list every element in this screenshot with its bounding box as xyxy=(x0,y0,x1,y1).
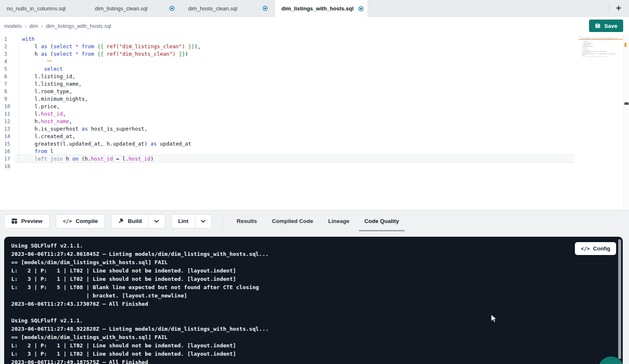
result-tab-results[interactable]: Results xyxy=(237,210,257,232)
line-number: 17 xyxy=(4,155,10,163)
file-tab[interactable]: dim_hosts_clean.sql xyxy=(181,0,275,17)
action-toolbar: Preview </> Compile Build xyxy=(0,210,629,232)
line-number: 4 xyxy=(4,58,10,65)
file-tab[interactable]: dim_listings_clean.sql xyxy=(88,0,181,17)
bottom-panel: Preview </> Compile Build xyxy=(0,210,629,364)
code-brackets-icon: </> xyxy=(63,218,72,224)
minimap[interactable]: with l as (select * from {{ ref("dim_lis… xyxy=(579,36,623,63)
lint-label: Lint xyxy=(178,218,189,224)
code-line: l.created_at, xyxy=(22,133,201,140)
config-label: Config xyxy=(593,245,610,252)
code-line: l.minimum_nights, xyxy=(22,95,201,103)
editor-scrollbar[interactable] xyxy=(623,35,629,210)
code-line: with xyxy=(22,35,201,43)
breadcrumb-bar: models›dim›dim_listings_with_hosts.sql S… xyxy=(0,17,629,35)
code-line xyxy=(22,163,201,170)
result-tab-lineage[interactable]: Lineage xyxy=(328,210,349,232)
code-line: l.price, xyxy=(22,103,201,110)
toolbar-divider xyxy=(222,214,223,228)
scrollbar-thumb[interactable] xyxy=(624,102,629,105)
lint-dropdown-button[interactable] xyxy=(195,215,211,228)
scrollbar-warning-marker xyxy=(624,43,627,47)
code-line: l.listing_id, xyxy=(22,73,201,80)
mouse-cursor-icon xyxy=(491,314,497,323)
code-line: l.listing_name, xyxy=(22,80,201,88)
unsaved-changes-dot-icon xyxy=(169,6,174,11)
lint-output-terminal: Using SQLFluff v2.1.1.2023-06-06T11:27:4… xyxy=(4,237,623,364)
line-number: 13 xyxy=(4,125,10,133)
code-brackets-icon: </> xyxy=(581,246,590,252)
preview-label: Preview xyxy=(21,218,42,224)
line-number: 7 xyxy=(4,80,10,88)
build-dropdown-button[interactable] xyxy=(148,215,165,228)
file-tab[interactable]: no_nulls_in_columns.sql xyxy=(0,0,88,17)
lint-button-group: Lint xyxy=(172,214,212,228)
line-number: 12 xyxy=(4,118,10,125)
line-number: 6 xyxy=(4,73,10,80)
breadcrumb-separator-icon: › xyxy=(41,22,43,29)
terminal-line: L: 3 | P: 1 | LT02 | Line should not be … xyxy=(11,350,623,358)
code-line-minimap xyxy=(579,57,618,58)
file-tab[interactable]: dim_listings_with_hosts.sql xyxy=(275,0,368,17)
line-number: 3 xyxy=(4,50,10,58)
unsaved-changes-dot-icon xyxy=(358,6,363,11)
terminal-line: 2023-06-06T11:27:43.173076Z — All Finish… xyxy=(11,300,623,308)
compile-button[interactable]: </> Compile xyxy=(56,214,105,228)
new-tab-button[interactable]: + xyxy=(612,2,625,14)
breadcrumb-separator-icon: › xyxy=(25,22,27,29)
code-line: l.host_id, xyxy=(22,110,201,118)
terminal-output: Using SQLFluff v2.1.1.2023-06-06T11:27:4… xyxy=(4,237,623,364)
hammer-icon xyxy=(118,218,124,224)
line-number: 8 xyxy=(4,88,10,95)
lint-button[interactable]: Lint xyxy=(172,215,195,228)
code-editor[interactable]: 123456789101112131415161718 with l as (s… xyxy=(0,35,629,210)
terminal-line: 2023-06-06T11:27:42.861845Z — Linting mo… xyxy=(11,250,623,258)
config-button[interactable]: </> Config xyxy=(575,242,616,255)
terminal-line xyxy=(11,308,623,317)
result-tab-compiled-code[interactable]: Compiled Code xyxy=(272,210,313,232)
terminal-line: 2023-06-06T11:27:48.922828Z — Linting mo… xyxy=(11,325,623,333)
build-button-group: Build xyxy=(111,214,165,228)
file-tab-label: dim_listings_clean.sql xyxy=(95,5,147,12)
code-line: from l xyxy=(22,148,201,155)
code-line: h.is_superhost as host_is_superhost, xyxy=(22,125,201,133)
terminal-line: L: 3 | P: 5 | LT08 | Blank line expected… xyxy=(11,283,623,292)
code-line: left join h on (h.host_id = l.host_id) xyxy=(22,155,201,163)
line-number-gutter: 123456789101112131415161718 xyxy=(4,35,10,170)
unsaved-changes-dot-icon xyxy=(263,6,268,11)
breadcrumb: models›dim›dim_listings_with_hosts.sql xyxy=(4,17,111,35)
result-tab-code-quality[interactable]: Code Quality xyxy=(364,210,399,232)
terminal-line: == [models/dim/dim_listings_with_hosts.s… xyxy=(11,258,623,267)
line-number: 5 xyxy=(4,65,10,73)
line-number: 9 xyxy=(4,95,10,103)
file-tab-label: no_nulls_in_columns.sql xyxy=(7,5,66,12)
build-button[interactable]: Build xyxy=(112,215,148,228)
ide-window: no_nulls_in_columns.sqldim_listings_clea… xyxy=(0,0,629,364)
save-floppy-icon xyxy=(595,23,601,29)
terminal-line: L: 2 | P: 1 | LT02 | Line should not be … xyxy=(11,342,623,350)
line-number: 11 xyxy=(4,110,10,118)
terminal-line: | bracket. [layout.cte_newline] xyxy=(11,292,623,300)
code-line-minimap: h as (select * from {{ ref("dim_hosts_cl… xyxy=(579,38,618,40)
tabbar-divider xyxy=(609,3,609,13)
file-tab-label: dim_hosts_clean.sql xyxy=(188,5,237,12)
line-number: 2 xyxy=(4,43,10,50)
chevron-down-icon xyxy=(201,220,206,223)
save-button[interactable]: Save xyxy=(589,20,623,32)
terminal-line: Using SQLFluff v2.1.1. xyxy=(11,242,623,250)
chevron-down-icon xyxy=(154,220,159,223)
preview-button[interactable]: Preview xyxy=(4,214,50,228)
breadcrumb-item[interactable]: models xyxy=(4,23,22,29)
terminal-line: L: 2 | P: 1 | LT02 | Line should not be … xyxy=(11,267,623,275)
file-tab-bar: no_nulls_in_columns.sqldim_listings_clea… xyxy=(0,0,629,17)
breadcrumb-item[interactable]: dim xyxy=(30,23,38,29)
breadcrumb-item[interactable]: dim_listings_with_hosts.sql xyxy=(46,23,111,29)
line-number: 1 xyxy=(4,35,10,43)
terminal-scrollbar-thumb[interactable] xyxy=(618,239,621,359)
file-tab-label: dim_listings_with_hosts.sql xyxy=(281,5,353,12)
table-grid-icon xyxy=(11,218,17,224)
terminal-line: Using SQLFluff v2.1.1. xyxy=(11,317,623,325)
line-number: 18 xyxy=(4,163,10,170)
line-number: 10 xyxy=(4,103,10,110)
line-number: 16 xyxy=(4,148,10,155)
